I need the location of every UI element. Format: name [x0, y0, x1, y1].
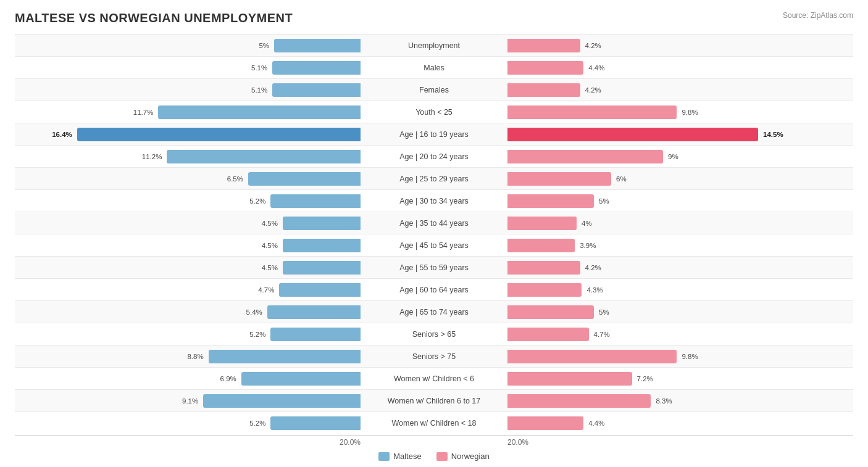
right-side: 4.3%: [505, 279, 853, 300]
val-maltese: 4.5%: [262, 264, 280, 271]
right-side: 3.9%: [505, 234, 853, 256]
row-inner: 6.5% Age | 25 to 29 years 6%: [15, 168, 853, 189]
left-side: 9.1%: [15, 390, 363, 411]
left-side: 5.1%: [15, 57, 363, 78]
row-inner: 5.4% Age | 65 to 74 years 5%: [15, 301, 853, 323]
bar-norwegian: 5%: [507, 305, 594, 319]
bar-maltese: 4.5%: [283, 217, 361, 230]
right-side: 9.8%: [505, 101, 853, 123]
chart-body: 5% Unemployment 4.2% 5.1% Males: [15, 34, 853, 434]
right-side: 4.4%: [505, 412, 853, 434]
table-row: 4.5% Age | 55 to 59 years 4.2%: [15, 256, 853, 278]
bar-maltese: 5%: [274, 39, 361, 52]
right-side: 9.8%: [505, 345, 853, 367]
bar-maltese: 5.1%: [272, 83, 361, 97]
bar-norwegian: 4.2%: [507, 83, 580, 97]
bar-maltese: 11.2%: [167, 150, 361, 163]
bar-norwegian: 3.9%: [507, 239, 575, 252]
right-side: 5%: [505, 190, 853, 212]
val-maltese: 8.8%: [187, 353, 206, 360]
val-maltese: 11.7%: [133, 109, 156, 116]
val-maltese: 5.1%: [251, 86, 270, 94]
row-inner: 11.7% Youth < 25 9.8%: [15, 101, 853, 123]
table-row: 5.2% Seniors > 65 4.7%: [15, 323, 853, 345]
val-maltese: 4.5%: [262, 242, 280, 249]
bar-maltese: 4.5%: [283, 239, 361, 252]
row-inner: 5.1% Males 4.4%: [15, 57, 853, 78]
bar-norwegian: 4.4%: [507, 61, 583, 75]
bar-norwegian: 8.3%: [507, 394, 651, 408]
right-side: 5%: [505, 301, 853, 323]
bar-maltese: 5.2%: [270, 416, 361, 430]
maltese-label: Maltese: [393, 452, 422, 461]
chart-source: Source: ZipAtlas.com: [783, 11, 853, 20]
chart-header: MALTESE VS NORWEGIAN UNEMPLOYMENT Source…: [15, 11, 853, 25]
bar-maltese: 5.2%: [270, 194, 361, 208]
table-row: 5.1% Females 4.2%: [15, 78, 853, 101]
row-inner: 5.1% Females 4.2%: [15, 79, 853, 101]
legend: Maltese Norwegian: [15, 452, 853, 461]
bar-norwegian: 4.4%: [507, 416, 583, 430]
bar-norwegian: 4%: [507, 217, 577, 230]
val-norwegian: 14.5%: [761, 131, 783, 138]
row-label: Age | 20 to 24 years: [363, 152, 505, 161]
row-inner: 4.5% Age | 45 to 54 years 3.9%: [15, 234, 853, 256]
right-side: 4.4%: [505, 57, 853, 78]
right-side: 4.2%: [505, 79, 853, 101]
table-row: 6.9% Women w/ Children < 6 7.2%: [15, 367, 853, 389]
row-inner: 9.1% Women w/ Children 6 to 17 8.3%: [15, 390, 853, 411]
val-norwegian: 6%: [614, 175, 627, 183]
val-norwegian: 4%: [579, 220, 592, 227]
left-side: 4.5%: [15, 257, 363, 278]
val-maltese: 5%: [259, 42, 272, 49]
val-norwegian: 4.4%: [586, 419, 604, 427]
val-norwegian: 4.4%: [586, 64, 604, 72]
legend-maltese: Maltese: [378, 452, 422, 461]
left-side: 5.2%: [15, 412, 363, 434]
val-norwegian: 4.3%: [584, 286, 603, 294]
left-side: 5.2%: [15, 190, 363, 212]
row-label: Age | 35 to 44 years: [363, 219, 505, 228]
table-row: 4.5% Age | 35 to 44 years 4%: [15, 212, 853, 234]
bar-norwegian: 14.5%: [507, 128, 758, 141]
bar-norwegian: 4.2%: [507, 261, 580, 275]
bar-maltese: 5.2%: [270, 328, 361, 341]
val-norwegian: 4.2%: [583, 86, 601, 94]
bar-maltese: 4.7%: [279, 283, 361, 297]
left-side: 4.5%: [15, 212, 363, 234]
row-label: Women w/ Children < 6: [363, 374, 505, 383]
bar-maltese: 9.1%: [203, 394, 361, 408]
right-side: 7.2%: [505, 368, 853, 389]
left-side: 8.8%: [15, 345, 363, 367]
x-axis: 20.0% 20.0%: [15, 435, 853, 447]
val-maltese: 4.7%: [258, 286, 277, 294]
chart-title: MALTESE VS NORWEGIAN UNEMPLOYMENT: [15, 11, 293, 25]
table-row: 5.2% Age | 30 to 34 years 5%: [15, 189, 853, 212]
maltese-color-swatch: [378, 452, 390, 461]
bar-maltese: 6.9%: [241, 372, 361, 386]
table-row: 5.2% Women w/ Children < 18 4.4%: [15, 411, 853, 434]
val-norwegian: 4.2%: [583, 264, 601, 271]
table-row: 5.1% Males 4.4%: [15, 56, 853, 78]
bar-maltese: 4.5%: [283, 261, 361, 275]
row-inner: 4.5% Age | 55 to 59 years 4.2%: [15, 257, 853, 278]
right-side: 4.2%: [505, 257, 853, 278]
left-side: 5.1%: [15, 79, 363, 101]
row-label: Males: [363, 64, 505, 72]
row-label: Age | 30 to 34 years: [363, 197, 505, 205]
row-inner: 6.9% Women w/ Children < 6 7.2%: [15, 368, 853, 389]
table-row: 4.5% Age | 45 to 54 years 3.9%: [15, 234, 853, 256]
right-side: 4%: [505, 212, 853, 234]
table-row: 8.8% Seniors > 75 9.8%: [15, 345, 853, 367]
val-maltese: 6.9%: [220, 375, 239, 382]
row-inner: 8.8% Seniors > 75 9.8%: [15, 345, 853, 367]
right-side: 4.2%: [505, 35, 853, 56]
val-maltese: 4.5%: [262, 220, 280, 227]
row-label: Women w/ Children < 18: [363, 419, 505, 428]
right-side: 9%: [505, 146, 853, 167]
val-maltese: 11.2%: [142, 153, 165, 160]
val-norwegian: 9.8%: [679, 353, 698, 360]
table-row: 16.4% Age | 16 to 19 years 14.5%: [15, 123, 853, 145]
bar-norwegian: 9%: [507, 150, 663, 163]
table-row: 5.4% Age | 65 to 74 years 5%: [15, 300, 853, 323]
